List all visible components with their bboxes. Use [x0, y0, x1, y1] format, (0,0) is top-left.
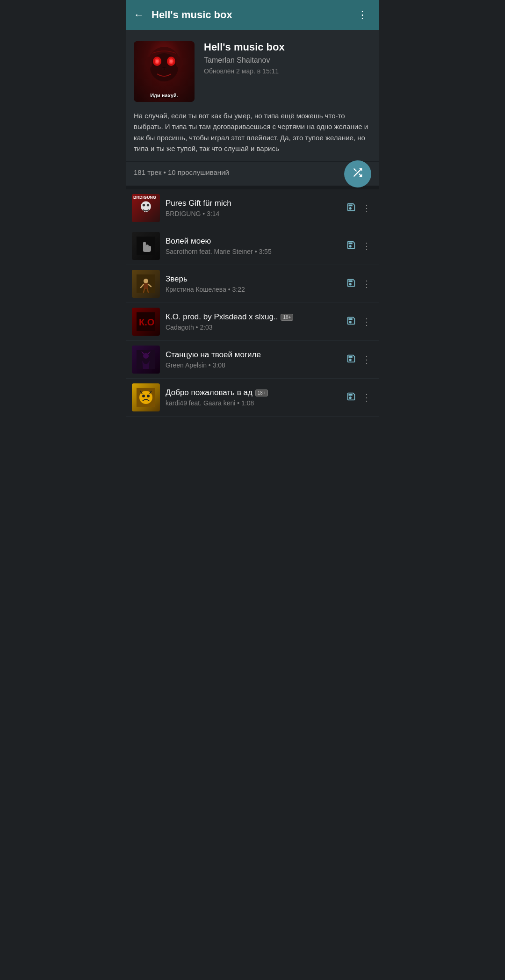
track-actions: ⋮: [346, 390, 373, 405]
track-actions: ⋮: [346, 352, 373, 367]
track-subtitle: Cadagoth • 2:03: [166, 324, 340, 331]
track-title: Добро пожаловать в ад: [166, 388, 252, 397]
track-actions: ⋮: [346, 201, 373, 216]
svg-point-9: [162, 68, 164, 70]
track-more-button[interactable]: ⋮: [360, 276, 373, 291]
track-title-row: Станцую на твоей могиле: [166, 350, 340, 360]
cover-info: Иди нахуй. Hell's music box Tamerlan Sha…: [134, 41, 371, 102]
track-info: К.О. prod. by Pxlsdead x slxug.. 18+ Cad…: [166, 312, 340, 331]
playlist-cover: Иди нахуй.: [134, 41, 195, 102]
track-title-row: Зверь: [166, 274, 340, 284]
track-thumbnail: [132, 232, 160, 260]
track-more-button[interactable]: ⋮: [360, 390, 373, 405]
track-actions: ⋮: [346, 238, 373, 253]
track-info: Добро пожаловать в ад 18+ kardi49 feat. …: [166, 388, 340, 407]
svg-point-12: [176, 57, 183, 68]
track-more-button[interactable]: ⋮: [360, 201, 373, 216]
track-actions: ⋮: [346, 276, 373, 291]
playlist-author: Tamerlan Shaitanov: [204, 56, 371, 65]
save-icon: [346, 316, 356, 326]
track-title-row: Волей моею: [166, 237, 340, 246]
track-more-button[interactable]: ⋮: [360, 314, 373, 329]
shuffle-icon: [351, 166, 364, 182]
track-title: Зверь: [166, 274, 188, 284]
svg-point-7: [170, 60, 173, 63]
age-badge: 18+: [255, 389, 268, 396]
track-thumbnail: [132, 270, 160, 298]
track-thumbnail: [132, 383, 160, 411]
track-save-button[interactable]: [346, 353, 356, 366]
cover-text: Иди нахуй.: [150, 93, 178, 98]
svg-point-14: [143, 204, 145, 206]
stats-bar: 181 трек • 10 прослушиваний: [126, 161, 379, 186]
track-save-button[interactable]: [346, 202, 356, 215]
save-icon: [346, 240, 356, 250]
track-item: К.О. К.О. prod. by Pxlsdead x slxug.. 18…: [126, 303, 379, 341]
track-item: Добро пожаловать в ад 18+ kardi49 feat. …: [126, 379, 379, 417]
header-title: Hell's music box: [152, 9, 354, 21]
track-title-row: Добро пожаловать в ад 18+: [166, 388, 340, 397]
track-actions: ⋮: [346, 314, 373, 329]
track-title: Станцую на твоей могиле: [166, 350, 261, 360]
svg-point-34: [143, 353, 149, 359]
track-more-button[interactable]: ⋮: [360, 352, 373, 367]
save-icon: [346, 278, 356, 288]
track-title: Pures Gift für mich: [166, 199, 231, 208]
track-save-button[interactable]: [346, 278, 356, 290]
save-icon: [346, 391, 356, 402]
svg-point-10: [165, 68, 167, 70]
back-button[interactable]: ←: [134, 9, 144, 21]
playlist-description: На случай, если ты вот как бы умер, но т…: [134, 110, 371, 154]
track-subtitle: Sacrothorn feat. Marie Steiner • 3:55: [166, 248, 340, 255]
svg-rect-25: [144, 283, 148, 289]
track-thumbnail: [132, 346, 160, 374]
track-title: К.О. prod. by Pxlsdead x slxug..: [166, 312, 278, 322]
section-divider: [126, 186, 379, 189]
header-more-button[interactable]: ⋮: [354, 7, 371, 23]
track-thumbnail: К.О.: [132, 308, 160, 336]
svg-point-6: [156, 60, 159, 63]
shuffle-button[interactable]: [344, 160, 371, 187]
demon-face-icon: [143, 45, 185, 87]
cover-details: Hell's music box Tamerlan Shaitanov Обно…: [204, 41, 371, 75]
track-info: Зверь Кристина Кошелева • 3:22: [166, 274, 340, 293]
track-save-button[interactable]: [346, 316, 356, 328]
playlist-stats: 181 трек • 10 прослушиваний: [134, 168, 229, 176]
track-title: Волей моею: [166, 237, 211, 246]
track-subtitle: Кристина Кошелева • 3:22: [166, 286, 340, 293]
track-title-row: К.О. prod. by Pxlsdead x slxug.. 18+: [166, 312, 340, 322]
playlist-title: Hell's music box: [204, 41, 371, 53]
svg-point-13: [141, 202, 151, 212]
track-item: Станцую на твоей могиле Green Apelsin • …: [126, 341, 379, 379]
save-icon: [346, 353, 356, 364]
track-subtitle: kardi49 feat. Gaara keni • 1:08: [166, 399, 340, 407]
track-save-button[interactable]: [346, 240, 356, 252]
track-item: BRDIGUNG Pures Gift für mich BRDIGUNG • …: [126, 189, 379, 227]
svg-rect-32: [137, 312, 155, 331]
track-title-row: Pures Gift für mich: [166, 199, 340, 208]
svg-point-24: [144, 279, 148, 283]
header: ← Hell's music box ⋮: [126, 0, 379, 30]
shuffle-svg-icon: [351, 166, 364, 179]
playlist-updated: Обновлён 2 мар. в 15:11: [204, 67, 371, 75]
track-info: Волей моею Sacrothorn feat. Marie Steine…: [166, 237, 340, 255]
track-more-button[interactable]: ⋮: [360, 238, 373, 253]
track-item: Волей моею Sacrothorn feat. Marie Steine…: [126, 227, 379, 265]
age-badge: 18+: [281, 314, 293, 321]
svg-point-11: [145, 57, 152, 68]
track-info: Станцую на твоей могиле Green Apelsin • …: [166, 350, 340, 369]
track-info: Pures Gift für mich BRDIGUNG • 3:14: [166, 199, 340, 217]
track-subtitle: Green Apelsin • 3:08: [166, 361, 340, 369]
svg-point-15: [147, 204, 149, 206]
track-save-button[interactable]: [346, 391, 356, 404]
track-thumbnail: BRDIGUNG: [132, 194, 160, 222]
svg-point-37: [142, 395, 145, 397]
track-list: BRDIGUNG Pures Gift für mich BRDIGUNG • …: [126, 189, 379, 417]
svg-rect-22: [137, 237, 155, 255]
track-item: Зверь Кристина Кошелева • 3:22 ⋮: [126, 265, 379, 303]
svg-point-38: [147, 395, 150, 397]
cover-section: Иди нахуй. Hell's music box Tamerlan Sha…: [126, 30, 379, 161]
save-icon: [346, 202, 356, 212]
track-subtitle: BRDIGUNG • 3:14: [166, 210, 340, 217]
